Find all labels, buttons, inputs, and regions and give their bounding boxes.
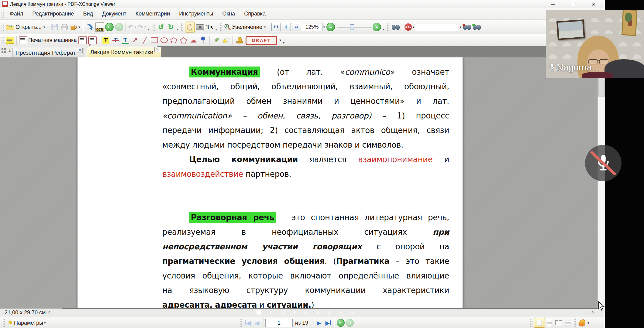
search-prev-button[interactable] (463, 22, 472, 32)
underline-tool-button[interactable]: T (121, 35, 130, 46)
ocr-button[interactable]: OCR (95, 22, 104, 32)
actual-size-button[interactable]: 1:1 (271, 23, 281, 31)
arrow-tool-button[interactable]: ↗ (130, 35, 139, 46)
toolbar-grip[interactable] (239, 319, 242, 327)
first-page-button[interactable]: ◀ (244, 319, 252, 327)
menu-tools[interactable]: Инструменты (175, 9, 217, 18)
fit-page-button[interactable]: ↕ (282, 23, 291, 31)
oval-tool-button[interactable] (160, 35, 169, 46)
select-text-button[interactable]: T (205, 22, 214, 32)
zoom-out-button[interactable]: − (326, 22, 335, 32)
facing-button[interactable] (555, 319, 563, 327)
toolbar-overflow[interactable]: ▾ (148, 28, 150, 31)
toolbar-grip[interactable] (573, 319, 576, 327)
cloud-tool-button[interactable]: ☁ (189, 35, 198, 46)
toolbar-grip[interactable] (152, 23, 155, 31)
toolbar-grip[interactable] (387, 23, 390, 31)
toolbar-overflow[interactable]: ▾ (177, 28, 178, 31)
search-button[interactable] (391, 22, 400, 32)
menu-file[interactable]: Файл (6, 9, 27, 18)
facing-continuous-button[interactable] (564, 319, 572, 327)
menu-help[interactable]: Справка (240, 9, 270, 18)
go-forward-button[interactable]: → (115, 22, 124, 32)
snapshot-button[interactable] (195, 22, 205, 32)
next-view-button[interactable]: → (346, 319, 354, 327)
zoom-tool-button[interactable]: Увеличение ▾ (224, 22, 267, 32)
redo-button[interactable]: ↷ ▾ (138, 22, 147, 32)
document-view[interactable]: Коммуникация (от лат. «communico» означа… (0, 57, 598, 309)
toolbar-grip[interactable] (220, 23, 222, 31)
strikeout-tool-button[interactable]: T (111, 35, 120, 46)
zoom-slider[interactable] (337, 23, 371, 31)
slider-thumb[interactable] (350, 24, 354, 30)
toolbar-grip[interactable] (1, 10, 4, 18)
minimize-button[interactable] (549, 1, 557, 7)
highlighter-pen-button[interactable] (222, 35, 231, 46)
highlight-tool-button[interactable]: T (101, 35, 110, 46)
stamp-tool-button[interactable] (235, 35, 244, 46)
polygon-tool-button[interactable] (179, 35, 188, 46)
print-button[interactable] (60, 22, 69, 32)
continuous-button[interactable] (546, 319, 553, 327)
typewriter-button[interactable]: Печатная машинка (19, 35, 77, 46)
open-button[interactable]: Открыть... ▾ (5, 22, 46, 32)
attach-pin-button[interactable] (198, 35, 208, 46)
options-button[interactable]: Параметры (14, 320, 43, 326)
scroll-left-icon[interactable]: < (47, 309, 50, 316)
rotate-ccw-button[interactable]: ↺ (157, 22, 166, 32)
single-page-button[interactable] (534, 318, 545, 328)
draft-stamp-badge[interactable]: DRAFT (246, 36, 277, 45)
select-text-icon: T (206, 24, 210, 31)
sticky-note-button[interactable] (5, 35, 15, 46)
toolbar-grip[interactable] (2, 319, 5, 327)
search-input[interactable] (416, 23, 459, 31)
toolbar-overflow[interactable]: ▾ (383, 28, 384, 31)
go-back-button[interactable]: ← (105, 22, 114, 32)
tab-close-icon[interactable]: × (77, 48, 83, 53)
last-page-button[interactable]: ▶ (324, 319, 332, 327)
search-next-button[interactable] (472, 22, 481, 32)
text-line: реализуемая в неофициальных ситуациях пр… (162, 225, 449, 239)
fit-width-button[interactable]: ↔ (292, 23, 301, 31)
toolbar-grip[interactable] (1, 36, 4, 44)
fullscreen-button[interactable] (578, 319, 586, 327)
pencil-tool-button[interactable]: ✎ (212, 35, 221, 46)
menu-view[interactable]: Вид (79, 9, 97, 18)
previous-page-button[interactable]: ◀ (253, 319, 261, 327)
muted-mic-overlay[interactable] (585, 145, 622, 181)
polyline-tool-button[interactable] (169, 35, 178, 46)
tab-presentation-referat[interactable]: Презентация Реферат × (12, 48, 84, 57)
save-button[interactable] (50, 22, 59, 32)
vertical-scrollbar[interactable] (598, 57, 605, 309)
rotate-cw-button[interactable]: ↻ (166, 22, 175, 32)
hand-tool-button[interactable] (185, 22, 195, 32)
tab-close-icon[interactable]: × (154, 47, 160, 52)
menu-comments[interactable]: Комментарии (132, 9, 174, 18)
close-button[interactable]: × (590, 1, 598, 7)
export-button[interactable]: ▾ (70, 22, 81, 32)
toolbar-grip[interactable] (1, 23, 4, 31)
toolbar-grip[interactable] (181, 23, 184, 31)
undo-button[interactable]: ↶ ▾ (128, 22, 137, 32)
ask-search-button[interactable]: Ask ▾ (405, 22, 415, 32)
tab-lekcia-kommun-taktiki[interactable]: Лекция Коммун тактики × (87, 47, 161, 57)
menu-windows[interactable]: Окна (218, 9, 239, 18)
next-page-button[interactable]: ▶ (315, 319, 323, 327)
restore-button[interactable] (570, 1, 577, 7)
import-button[interactable] (85, 22, 95, 32)
rectangle-tool-button[interactable] (150, 35, 159, 46)
toolbar-overflow[interactable]: ▾ (215, 28, 217, 31)
menu-edit[interactable]: Редактирование (28, 9, 78, 18)
webcam-video[interactable]: Nagorna… (546, 10, 644, 78)
line-tool-button[interactable]: ╱ (140, 35, 149, 46)
tile-windows-icon[interactable] (2, 48, 6, 53)
zoom-in-button[interactable]: + (372, 22, 381, 32)
callout-button[interactable] (88, 35, 97, 46)
page-number-input[interactable] (265, 319, 293, 327)
toolbar-grip[interactable] (530, 319, 533, 327)
menu-document[interactable]: Документ (98, 9, 130, 18)
toolbar-overflow[interactable]: ▾ (283, 41, 284, 44)
zoom-value-box[interactable]: 125% (302, 23, 322, 31)
scroll-right-icon[interactable]: > (591, 309, 594, 316)
previous-view-button[interactable]: ← (337, 319, 345, 327)
